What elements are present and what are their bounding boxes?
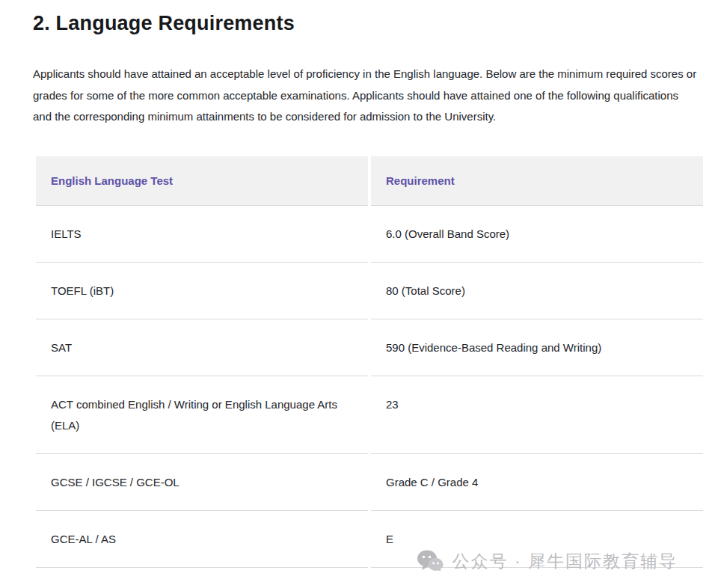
test-name-cell: TOEFL (iBT) <box>36 263 368 319</box>
table-header-requirement: Requirement <box>371 156 703 206</box>
table-row: GCSE / IGCSE / GCE-OL Grade C / Grade 4 <box>36 454 703 511</box>
test-name-cell: IELTS <box>36 206 368 263</box>
language-requirements-table: English Language Test Requirement IELTS … <box>33 156 706 588</box>
intro-paragraph: Applicants should have attained an accep… <box>33 64 700 128</box>
table-row: SAT 590 (Evidence-Based Reading and Writ… <box>36 319 703 376</box>
test-name-cell: ACT combined English / Writing or Englis… <box>36 376 368 454</box>
watermark: 公众号 · 犀牛国际教育辅导 <box>417 549 678 573</box>
watermark-text: 公众号 · 犀牛国际教育辅导 <box>452 550 678 573</box>
test-name-cell: IB <box>36 568 368 588</box>
table-header-test: English Language Test <box>36 156 368 206</box>
table-header-row: English Language Test Requirement <box>36 156 703 206</box>
table-row: TOEFL (iBT) 80 (Total Score) <box>36 263 703 319</box>
wechat-icon <box>417 549 444 573</box>
requirement-cell: 80 (Total Score) <box>371 263 703 319</box>
test-name-cell: GCSE / IGCSE / GCE-OL <box>36 454 368 511</box>
test-name-cell: SAT <box>36 319 368 376</box>
table-row: ACT combined English / Writing or Englis… <box>36 376 703 454</box>
test-name-cell: GCE-AL / AS <box>36 511 368 568</box>
table-row: IELTS 6.0 (Overall Band Score) <box>36 206 703 263</box>
requirement-cell: Grade C / Grade 4 <box>371 454 703 511</box>
requirement-cell: 6.0 (Overall Band Score) <box>371 206 703 263</box>
language-requirements-page: 2. Language Requirements Applicants shou… <box>0 0 715 588</box>
requirement-cell: 23 <box>371 376 703 454</box>
page-title: 2. Language Requirements <box>33 12 706 35</box>
requirement-cell: 590 (Evidence-Based Reading and Writing) <box>371 319 703 376</box>
